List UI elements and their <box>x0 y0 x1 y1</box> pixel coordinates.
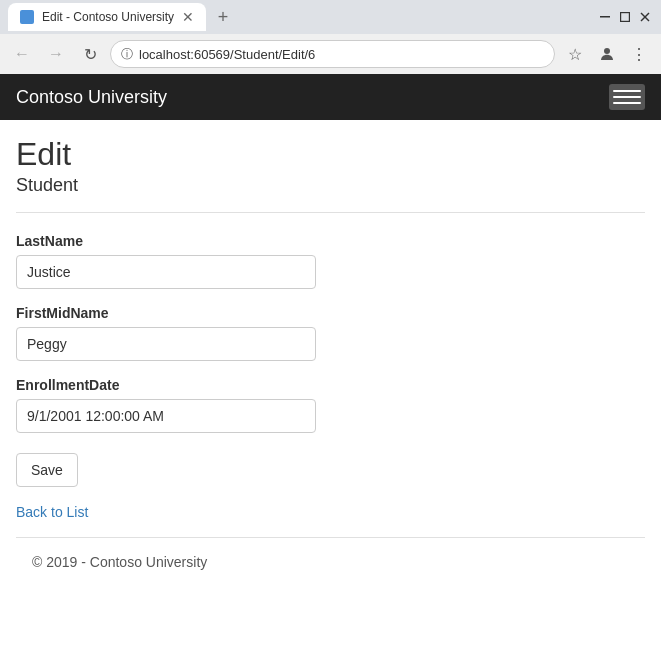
navbar-brand: Contoso University <box>16 87 167 108</box>
minimize-button[interactable] <box>597 9 613 25</box>
back-nav-button[interactable]: ← <box>8 40 36 68</box>
browser-window: Edit - Contoso University ✕ + ← → ↻ ⓘ lo… <box>0 0 661 645</box>
url-text: localhost:60569/Student/Edit/6 <box>139 47 544 62</box>
navbar: Contoso University <box>0 74 661 120</box>
title-bar: Edit - Contoso University ✕ + <box>0 0 661 34</box>
account-icon[interactable] <box>593 40 621 68</box>
address-bar[interactable]: ⓘ localhost:60569/Student/Edit/6 <box>110 40 555 68</box>
lock-icon: ⓘ <box>121 46 133 63</box>
refresh-button[interactable]: ↻ <box>76 40 104 68</box>
bookmark-icon[interactable]: ☆ <box>561 40 589 68</box>
window-controls <box>597 9 653 25</box>
enrollment-date-label: EnrollmentDate <box>16 377 645 393</box>
close-button[interactable] <box>637 9 653 25</box>
first-mid-name-input[interactable] <box>16 327 316 361</box>
last-name-input[interactable] <box>16 255 316 289</box>
active-tab[interactable]: Edit - Contoso University ✕ <box>8 3 206 31</box>
toggle-line-3 <box>613 102 641 104</box>
form-actions: Back to List <box>16 503 645 521</box>
divider <box>16 212 645 213</box>
tab-bar: Edit - Contoso University ✕ + <box>8 3 597 31</box>
last-name-group: LastName <box>16 233 645 289</box>
tab-close-button[interactable]: ✕ <box>182 9 194 25</box>
svg-point-4 <box>604 48 610 54</box>
page-title: Edit <box>16 136 645 173</box>
first-mid-name-label: FirstMidName <box>16 305 645 321</box>
footer-text: © 2019 - Contoso University <box>32 554 207 570</box>
new-tab-button[interactable]: + <box>210 4 236 30</box>
main-content: Edit Student LastName FirstMidName Enrol… <box>0 120 661 610</box>
forward-nav-button[interactable]: → <box>42 40 70 68</box>
enrollment-date-group: EnrollmentDate <box>16 377 645 433</box>
toggle-line-2 <box>613 96 641 98</box>
navbar-toggle-button[interactable] <box>609 84 645 110</box>
footer: © 2019 - Contoso University <box>16 537 645 586</box>
svg-rect-1 <box>621 13 630 22</box>
svg-rect-0 <box>600 16 610 18</box>
first-mid-name-group: FirstMidName <box>16 305 645 361</box>
page-content: Contoso University Edit Student LastName… <box>0 74 661 645</box>
toggle-line-1 <box>613 90 641 92</box>
page-subtitle: Student <box>16 175 645 196</box>
save-button[interactable]: Save <box>16 453 78 487</box>
enrollment-date-input[interactable] <box>16 399 316 433</box>
back-to-list-link[interactable]: Back to List <box>16 504 88 520</box>
toolbar-icons: ☆ ⋮ <box>561 40 653 68</box>
menu-icon[interactable]: ⋮ <box>625 40 653 68</box>
last-name-label: LastName <box>16 233 645 249</box>
tab-title: Edit - Contoso University <box>42 10 174 24</box>
maximize-button[interactable] <box>617 9 633 25</box>
tab-favicon <box>20 10 34 24</box>
address-bar-row: ← → ↻ ⓘ localhost:60569/Student/Edit/6 ☆… <box>0 34 661 74</box>
